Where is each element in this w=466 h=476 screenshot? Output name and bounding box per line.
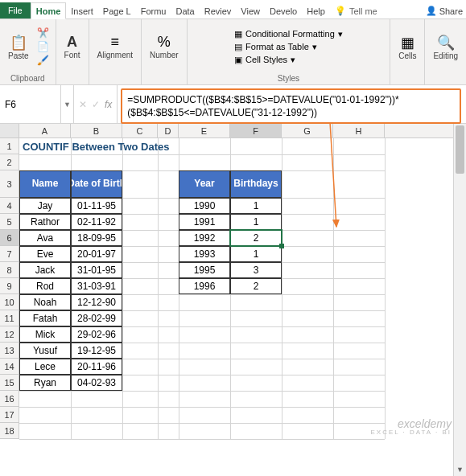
table1-dob-11[interactable]: 04-02-93 — [71, 375, 122, 391]
format-as-table-button[interactable]: ▤Format as Table▾ — [233, 41, 319, 53]
table2-birthdays-2[interactable]: 2 — [230, 230, 282, 246]
table1-name-8[interactable]: Mick — [19, 326, 71, 343]
cancel-formula-icon[interactable]: ✕ — [79, 99, 87, 110]
conditional-formatting-button[interactable]: ▦Conditional Formatting▾ — [233, 28, 344, 40]
col-header-G[interactable]: G — [282, 124, 333, 137]
tab-formulas[interactable]: Formu — [136, 3, 171, 18]
tab-page-layout[interactable]: Page L — [98, 3, 136, 18]
table1-dob-0[interactable]: 01-11-95 — [71, 198, 122, 214]
paste-button[interactable]: 📋 Paste — [5, 32, 32, 62]
tab-developer[interactable]: Develo — [265, 3, 302, 18]
table1-name-4[interactable]: Jack — [19, 262, 71, 278]
tab-view[interactable]: View — [236, 3, 265, 18]
table2-birthdays-4[interactable]: 3 — [230, 262, 282, 278]
row-header-4[interactable]: 4 — [0, 198, 19, 214]
table1-dob-9[interactable]: 19-12-95 — [71, 343, 122, 359]
table1-dob-3[interactable]: 20-01-97 — [71, 246, 122, 262]
tab-help[interactable]: Help — [302, 3, 330, 18]
table2-header-birthdays[interactable]: Birthdays — [230, 170, 282, 198]
col-header-D[interactable]: D — [158, 124, 179, 137]
tell-me-search[interactable]: 💡 Tell me — [330, 2, 382, 18]
table2-year-0[interactable]: 1990 — [179, 198, 230, 214]
tab-home[interactable]: Home — [31, 2, 67, 19]
table1-name-7[interactable]: Fatah — [19, 310, 71, 326]
row-header-3[interactable]: 3 — [0, 170, 19, 198]
enter-formula-icon[interactable]: ✓ — [92, 99, 100, 110]
scroll-down-icon[interactable]: ▼ — [454, 463, 466, 476]
row-header-12[interactable]: 12 — [0, 326, 19, 343]
vertical-scrollbar[interactable]: ▲ ▼ — [453, 124, 466, 476]
cells-area[interactable]: COUNTIF Between Two DatesNameDate of Bir… — [19, 138, 466, 439]
share-button[interactable]: 👤 Share — [421, 2, 466, 18]
cell-styles-button[interactable]: ▣Cell Styles▾ — [233, 54, 297, 66]
table2-year-3[interactable]: 1993 — [179, 246, 230, 262]
row-header-18[interactable]: 18 — [0, 423, 19, 439]
table2-year-1[interactable]: 1991 — [179, 214, 230, 230]
cells-button[interactable]: ▦ Cells — [395, 32, 419, 62]
table1-dob-1[interactable]: 02-11-92 — [71, 214, 122, 230]
table1-name-1[interactable]: Rathor — [19, 214, 71, 230]
row-header-6[interactable]: 6 — [0, 230, 19, 246]
name-box[interactable]: F6 — [0, 85, 61, 123]
table1-dob-7[interactable]: 28-02-99 — [71, 310, 122, 326]
select-all-triangle[interactable] — [0, 124, 19, 137]
table1-dob-10[interactable]: 20-11-96 — [71, 359, 122, 375]
alignment-button[interactable]: ≡ Alignment — [94, 32, 136, 61]
tab-file[interactable]: File — [0, 2, 31, 18]
font-button[interactable]: A Font — [61, 32, 84, 61]
fill-handle[interactable] — [279, 244, 284, 248]
col-header-E[interactable]: E — [179, 124, 230, 137]
col-header-F[interactable]: F — [230, 124, 282, 137]
col-header-B[interactable]: B — [71, 124, 122, 137]
format-painter-button[interactable]: 🖌️ — [35, 54, 51, 67]
table2-birthdays-0[interactable]: 1 — [230, 198, 282, 214]
col-header-C[interactable]: C — [122, 124, 158, 137]
table1-header-dob[interactable]: Date of Birth — [71, 170, 122, 198]
row-header-17[interactable]: 17 — [0, 407, 19, 423]
table1-name-10[interactable]: Lece — [19, 359, 71, 375]
row-header-14[interactable]: 14 — [0, 359, 19, 375]
table1-name-6[interactable]: Noah — [19, 294, 71, 310]
table2-birthdays-5[interactable]: 2 — [230, 278, 282, 294]
row-header-5[interactable]: 5 — [0, 214, 19, 230]
table2-year-4[interactable]: 1995 — [179, 262, 230, 278]
table2-header-year[interactable]: Year — [179, 170, 230, 198]
table1-header-name[interactable]: Name — [19, 170, 71, 198]
row-header-15[interactable]: 15 — [0, 375, 19, 391]
editing-button[interactable]: 🔍 Editing — [430, 32, 461, 62]
scroll-thumb[interactable] — [456, 125, 464, 174]
copy-button[interactable]: 📄 — [35, 40, 51, 53]
tab-review[interactable]: Reviev — [200, 3, 237, 18]
table1-name-9[interactable]: Yusuf — [19, 343, 71, 359]
table1-name-3[interactable]: Eve — [19, 246, 71, 262]
table1-dob-6[interactable]: 12-12-90 — [71, 294, 122, 310]
row-header-2[interactable]: 2 — [0, 154, 19, 170]
row-header-1[interactable]: 1 — [0, 138, 19, 154]
table2-birthdays-1[interactable]: 1 — [230, 214, 282, 230]
table1-name-2[interactable]: Ava — [19, 230, 71, 246]
row-header-7[interactable]: 7 — [0, 246, 19, 262]
col-header-H[interactable]: H — [333, 124, 385, 137]
tab-data[interactable]: Data — [171, 3, 199, 18]
number-button[interactable]: % Number — [146, 32, 182, 61]
table2-year-5[interactable]: 1996 — [179, 278, 230, 294]
row-header-11[interactable]: 11 — [0, 310, 19, 326]
row-header-8[interactable]: 8 — [0, 262, 19, 278]
table1-dob-2[interactable]: 18-09-95 — [71, 230, 122, 246]
table1-dob-8[interactable]: 29-02-96 — [71, 326, 122, 343]
tab-insert[interactable]: Insert — [66, 3, 98, 18]
row-header-10[interactable]: 10 — [0, 294, 19, 310]
cell-title[interactable]: COUNTIF Between Two Dates — [19, 138, 179, 154]
col-header-A[interactable]: A — [19, 124, 71, 137]
table1-name-11[interactable]: Ryan — [19, 375, 71, 391]
table1-dob-5[interactable]: 31-03-91 — [71, 278, 122, 294]
name-box-dropdown[interactable]: ▼ — [61, 85, 74, 123]
table2-year-2[interactable]: 1992 — [179, 230, 230, 246]
fx-icon[interactable]: fx — [105, 99, 112, 110]
row-header-13[interactable]: 13 — [0, 343, 19, 359]
table1-name-0[interactable]: Jay — [19, 198, 71, 214]
row-header-16[interactable]: 16 — [0, 391, 19, 407]
table1-dob-4[interactable]: 31-01-95 — [71, 262, 122, 278]
table2-birthdays-3[interactable]: 1 — [230, 246, 282, 262]
cut-button[interactable]: ✂️ — [35, 27, 51, 39]
